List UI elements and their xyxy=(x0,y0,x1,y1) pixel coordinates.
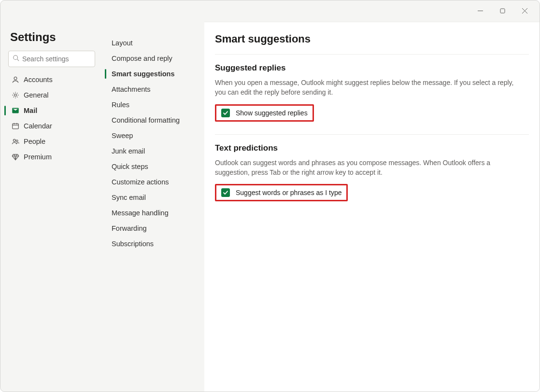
highlight-text-predictions: Suggest words or phrases as I type xyxy=(215,184,348,201)
sub-item-layout[interactable]: Layout xyxy=(105,35,202,51)
section-description: When you open a message, Outlook might s… xyxy=(215,78,524,98)
checkmark-icon xyxy=(223,190,228,196)
content-panel: Smart suggestions Suggested replies When… xyxy=(204,22,540,392)
maximize-icon xyxy=(500,7,505,15)
titlebar xyxy=(0,0,540,22)
highlight-suggested-replies: Show suggested replies xyxy=(215,104,314,122)
checkbox-show-suggested-replies[interactable] xyxy=(221,109,230,117)
diamond-icon xyxy=(10,152,21,162)
sub-item-sweep[interactable]: Sweep xyxy=(105,128,202,143)
search-icon xyxy=(13,55,19,63)
section-text-predictions: Text predictions Outlook can suggest wor… xyxy=(215,134,529,214)
sub-item-quick-steps[interactable]: Quick steps xyxy=(105,159,202,174)
nav-item-general[interactable]: General xyxy=(6,87,97,103)
window-minimize-button[interactable] xyxy=(469,3,491,19)
checkmark-icon xyxy=(223,110,228,116)
people-icon xyxy=(10,136,21,147)
nav-label: Calendar xyxy=(24,122,52,130)
sub-item-conditional-formatting[interactable]: Conditional formatting xyxy=(105,112,202,128)
nav-label: Premium xyxy=(24,153,52,161)
sub-item-smart-suggestions[interactable]: Smart suggestions xyxy=(105,66,202,82)
search-input-wrapper[interactable] xyxy=(8,51,95,67)
nav-label: People xyxy=(24,138,45,145)
sub-item-junk-email[interactable]: Junk email xyxy=(105,143,202,159)
sub-label: Smart suggestions xyxy=(112,70,175,78)
nav-item-premium[interactable]: Premium xyxy=(6,149,97,165)
sub-item-compose-reply[interactable]: Compose and reply xyxy=(105,51,202,66)
window-maximize-button[interactable] xyxy=(491,3,513,19)
nav-item-accounts[interactable]: Accounts xyxy=(6,72,97,87)
sub-label: Message handling xyxy=(112,209,169,217)
checkbox-suggest-words[interactable] xyxy=(221,188,230,197)
search-input[interactable] xyxy=(22,55,107,63)
nav-label: General xyxy=(24,91,49,99)
sub-label: Compose and reply xyxy=(112,55,172,62)
nav-label: Mail xyxy=(24,107,37,114)
person-icon xyxy=(10,74,21,85)
sub-item-customize-actions[interactable]: Customize actions xyxy=(105,174,202,190)
svg-point-7 xyxy=(14,94,17,97)
close-icon xyxy=(522,7,527,15)
sub-item-attachments[interactable]: Attachments xyxy=(105,82,202,97)
svg-point-12 xyxy=(13,139,15,141)
page-title: Settings xyxy=(4,30,99,51)
svg-point-4 xyxy=(14,56,18,60)
sub-label: Layout xyxy=(112,39,133,47)
section-title: Text predictions xyxy=(215,143,529,153)
window-close-button[interactable] xyxy=(513,3,536,19)
sub-label: Conditional formatting xyxy=(112,116,180,124)
sub-label: Rules xyxy=(112,101,129,109)
svg-rect-8 xyxy=(13,124,19,129)
sub-item-rules[interactable]: Rules xyxy=(105,97,202,112)
sub-label: Quick steps xyxy=(112,163,148,170)
sub-label: Sync email xyxy=(112,194,146,201)
svg-point-13 xyxy=(16,140,18,142)
sub-label: Customize actions xyxy=(112,178,169,186)
nav-item-calendar[interactable]: Calendar xyxy=(6,118,97,134)
sub-item-message-handling[interactable]: Message handling xyxy=(105,205,202,221)
mail-icon xyxy=(10,105,21,116)
minimize-icon xyxy=(478,7,483,15)
checkbox-label: Show suggested replies xyxy=(236,109,308,117)
gear-icon xyxy=(10,90,21,100)
app-window: Settings Accounts General xyxy=(0,0,540,392)
svg-rect-1 xyxy=(500,9,505,13)
sub-item-forwarding[interactable]: Forwarding xyxy=(105,221,202,236)
sub-label: Forwarding xyxy=(112,224,147,232)
nav-item-mail[interactable]: Mail xyxy=(6,103,97,118)
sub-label: Junk email xyxy=(112,147,145,155)
sub-label: Attachments xyxy=(112,85,151,93)
section-description: Outlook can suggest words and phrases as… xyxy=(215,158,524,178)
sub-label: Sweep xyxy=(112,132,133,140)
sub-nav: Layout Compose and reply Smart suggestio… xyxy=(103,22,204,392)
checkbox-label: Suggest words or phrases as I type xyxy=(236,189,341,196)
content-heading: Smart suggestions xyxy=(215,33,529,45)
nav-item-people[interactable]: People xyxy=(6,134,97,149)
sub-label: Subscriptions xyxy=(112,240,154,248)
svg-line-5 xyxy=(17,59,19,61)
section-suggested-replies: Suggested replies When you open a messag… xyxy=(215,54,529,134)
sub-item-subscriptions[interactable]: Subscriptions xyxy=(105,236,202,252)
nav-label: Accounts xyxy=(24,76,53,84)
sub-item-sync-email[interactable]: Sync email xyxy=(105,190,202,205)
left-nav: Settings Accounts General xyxy=(0,22,103,392)
section-title: Suggested replies xyxy=(215,63,529,73)
calendar-icon xyxy=(10,121,21,131)
svg-point-6 xyxy=(14,77,17,80)
